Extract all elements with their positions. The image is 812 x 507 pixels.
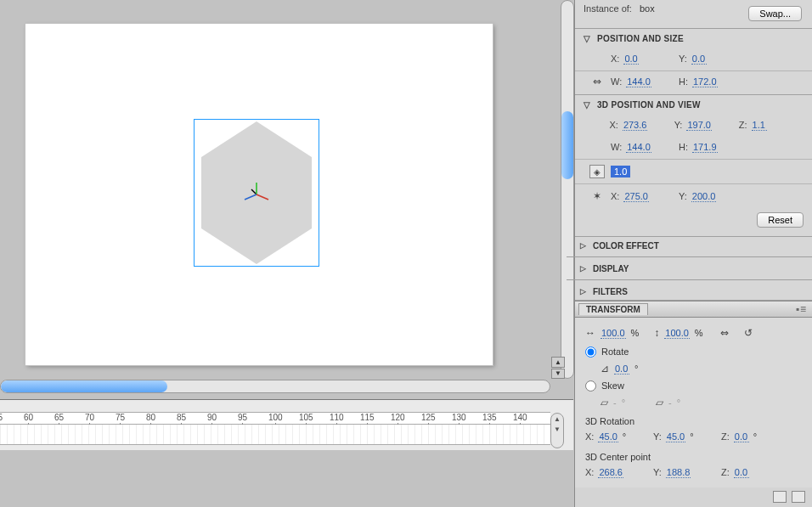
vanishing-point-icon[interactable]: ✶ — [593, 190, 601, 202]
rotate-radio[interactable] — [585, 346, 596, 358]
link-size-icon[interactable]: ⇔ — [593, 76, 601, 87]
3d-x-value[interactable]: 273.6 — [623, 120, 648, 131]
scroll-up-icon[interactable]: ▲ — [551, 414, 563, 424]
x-label: X: — [585, 431, 594, 442]
scale-width-value[interactable]: 100.0 — [601, 328, 626, 339]
transform-tab[interactable]: TRANSFORM — [578, 303, 648, 315]
timeline-frames[interactable] — [0, 425, 550, 445]
section-title: 3D POSITION AND VIEW — [597, 100, 701, 110]
skew-radio[interactable] — [585, 380, 596, 392]
perspective-angle-value[interactable]: 1.0 — [611, 166, 630, 177]
3d-position-view-header[interactable]: ▽ 3D POSITION AND VIEW — [584, 95, 804, 114]
skew-label: Skew — [601, 380, 624, 391]
panel-menu-icon[interactable]: ▪≡ — [796, 303, 807, 315]
vanishing-y-value[interactable]: 200.0 — [691, 191, 717, 202]
stage-area: ▲ ▼ 556065707580859095100105110115120125… — [0, 0, 574, 507]
scroll-down-icon[interactable]: ▼ — [551, 424, 563, 434]
3d-h-value[interactable]: 171.9 — [692, 142, 718, 153]
section-title: POSITION AND SIZE — [597, 34, 684, 43]
twisty-right-icon: ▷ — [580, 241, 588, 250]
rotate-value[interactable]: 0.0 — [614, 363, 629, 375]
rot3d-y-value[interactable]: 45.0 — [666, 431, 685, 442]
height-value[interactable]: 172.0 — [692, 76, 718, 87]
instance-panel: Instance of: box Swap... — [575, 0, 812, 29]
instance-name: box — [640, 3, 655, 14]
h-label: H: — [679, 76, 688, 87]
degree-label: ° — [677, 397, 680, 408]
w-label: W: — [611, 76, 622, 87]
scale-height-value[interactable]: 100.0 — [664, 328, 690, 339]
twisty-right-icon: ▷ — [580, 264, 588, 273]
y-label: Y: — [653, 467, 662, 477]
angle-icon: ⊿ — [601, 363, 609, 375]
reset-scale-icon[interactable]: ↺ — [744, 327, 753, 339]
center-x-value[interactable]: 268.6 — [598, 467, 623, 478]
position-x-value[interactable]: 0.0 — [623, 54, 639, 65]
vp-y-label: Y: — [679, 191, 687, 201]
z-label: Z: — [721, 467, 730, 477]
skew-h-icon: ▱ — [601, 397, 608, 408]
stage-vertical-scrollbar[interactable] — [561, 0, 574, 379]
y-label: Y: — [653, 431, 662, 442]
panel-option-icon[interactable] — [773, 491, 787, 503]
display-header[interactable]: ▷ DISPLAY — [575, 260, 812, 277]
center-z-value[interactable]: 0.0 — [734, 467, 749, 478]
timeline-ruler[interactable]: 5560657075808590951001051101151201251301… — [0, 412, 550, 425]
z-label: Z: — [739, 120, 747, 130]
vanishing-x-value[interactable]: 275.0 — [623, 191, 649, 202]
section-title: FILTERS — [593, 287, 628, 296]
stage-scroll-stepper[interactable]: ▲ ▼ — [551, 357, 565, 379]
stage-horizontal-scrollbar[interactable] — [0, 380, 550, 393]
degree-label: ° — [623, 431, 626, 442]
z-label: Z: — [721, 431, 730, 442]
x-label: X: — [611, 54, 619, 64]
scroll-up-icon[interactable]: ▲ — [551, 357, 565, 368]
rot3d-z-value[interactable]: 0.0 — [734, 431, 749, 442]
degree-label: ° — [753, 431, 757, 442]
3d-center-title: 3D Center point — [585, 452, 802, 462]
x-label: X: — [609, 120, 617, 130]
3d-z-value[interactable]: 1.1 — [752, 120, 767, 131]
3d-position-view-panel: ▽ 3D POSITION AND VIEW X: 273.6 Y: 197.0… — [575, 95, 812, 237]
vp-x-label: X: — [611, 191, 619, 201]
scrollbar-thumb[interactable] — [1, 380, 167, 392]
twisty-right-icon: ▷ — [580, 287, 588, 296]
skew-v-value[interactable]: - — [668, 397, 672, 408]
color-effect-header[interactable]: ▷ COLOR EFFECT — [575, 237, 812, 254]
scrollbar-thumb[interactable] — [561, 111, 573, 179]
timeline-vertical-scrollbar[interactable]: ▲ ▼ — [550, 413, 564, 448]
filters-header[interactable]: ▷ FILTERS — [575, 283, 812, 300]
twisty-down-icon: ▽ — [584, 100, 592, 110]
reset-button[interactable]: Reset — [757, 212, 804, 228]
properties-panels: Instance of: box Swap... ▽ POSITION AND … — [574, 0, 812, 507]
section-title: DISPLAY — [593, 264, 629, 273]
transform-panel-tabbar: TRANSFORM ▪≡ — [575, 301, 812, 318]
collapsed-sections: ▷ COLOR EFFECT ▷ DISPLAY ▷ FILTERS — [575, 237, 812, 301]
transform-footer-icons — [575, 487, 812, 507]
y-label: Y: — [674, 120, 683, 130]
transform-panel: ↔ 100.0 % ↕ 100.0 % ⇔ ↺ Rotate ⊿ 0.0 ° S… — [575, 318, 812, 487]
center-y-value[interactable]: 188.8 — [666, 467, 691, 478]
rot3d-x-value[interactable]: 45.0 — [598, 431, 617, 442]
section-title: COLOR EFFECT — [593, 241, 659, 251]
camera-icon[interactable]: ◈ — [589, 165, 605, 178]
width-value[interactable]: 144.0 — [626, 76, 651, 87]
skew-h-value[interactable]: - — [613, 397, 617, 408]
panel-option-icon[interactable] — [792, 491, 805, 503]
degree-label: ° — [622, 397, 625, 408]
scroll-down-icon[interactable]: ▼ — [551, 369, 565, 380]
h-label: H: — [679, 142, 688, 152]
w-label: W: — [611, 142, 622, 152]
degree-label: ° — [634, 363, 638, 374]
twisty-down-icon: ▽ — [584, 34, 592, 43]
y-label: Y: — [679, 54, 687, 64]
swap-button[interactable]: Swap... — [748, 6, 802, 21]
constrain-icon[interactable]: ⇔ — [720, 327, 729, 339]
3d-w-value[interactable]: 144.0 — [626, 142, 651, 153]
x-label: X: — [585, 467, 594, 477]
position-size-header[interactable]: ▽ POSITION AND SIZE — [584, 29, 804, 48]
3d-rotation-title: 3D Rotation — [585, 416, 802, 426]
3d-y-value[interactable]: 197.0 — [686, 120, 712, 131]
position-y-value[interactable]: 0.0 — [691, 54, 707, 65]
scale-width-icon: ↔ — [585, 327, 595, 339]
